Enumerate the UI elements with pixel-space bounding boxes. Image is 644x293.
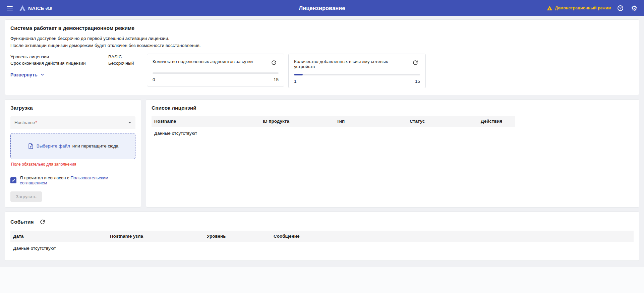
help-button[interactable]: ? (616, 4, 625, 12)
licenses-col-product-id: ID продукта (260, 116, 334, 127)
agreement-text: Я прочитал и согласен с (20, 175, 69, 180)
menu-button[interactable] (5, 3, 14, 13)
licenses-col-hostname: Hostname (152, 116, 260, 127)
licenses-col-actions: Действия (478, 116, 515, 127)
devices-max: 15 (415, 79, 420, 84)
upload-title: Загрузка (10, 105, 135, 111)
events-header-row: Дата Hostname узла Уровень Сообщение (10, 231, 634, 242)
demo-banner-line2: После активации лицензии деморежим будет… (10, 42, 634, 49)
required-asterisk: * (36, 120, 37, 125)
page-footer (0, 267, 644, 293)
license-info: Уровень лицензии BASIC Срок окончания де… (10, 54, 147, 88)
devices-refresh-button[interactable] (411, 58, 420, 67)
upload-card: Загрузка Hostname* Выберите файл или пер… (5, 99, 141, 208)
events-col-date: Дата (10, 231, 107, 242)
refresh-icon (412, 59, 419, 66)
top-app-bar: NAICE v0.8 Лицензирование Демонстрационн… (0, 0, 644, 16)
licenses-empty-text: Данные отсутствуют (152, 127, 515, 140)
events-refresh-button[interactable] (38, 217, 47, 227)
devices-min: 1 (294, 79, 297, 84)
expand-link[interactable]: Развернуть (10, 72, 45, 77)
devices-stat-card: Количество добавленных в систему сетевых… (288, 54, 426, 88)
events-col-level: Уровень (204, 231, 271, 242)
main-content: Система работает в демонстрационном режи… (0, 16, 644, 261)
naice-logo-icon (19, 4, 26, 12)
demo-mode-label: Демонстрационный режим (555, 6, 611, 10)
warning-icon (547, 5, 552, 11)
license-expiry-label: Срок окончания действия лицензии (10, 60, 108, 67)
hostname-placeholder: Hostname (14, 120, 35, 125)
devices-stat-label: Количество добавленных в систему сетевых… (294, 58, 407, 69)
events-card: События Дата Hostname узла Уровень Сообщ… (5, 212, 639, 261)
demo-banner-line1: Функционал доступен бессрочно до первой … (10, 35, 634, 42)
devices-progress-track (294, 74, 420, 75)
stat-cards: Количество подключенных эндпоинтов за су… (147, 54, 426, 88)
license-level-row: Уровень лицензии BASIC (10, 54, 147, 60)
help-icon: ? (618, 5, 623, 11)
settings-button[interactable]: ⚙ (630, 3, 639, 13)
choose-file-link[interactable]: Выберите файл (37, 143, 70, 149)
demo-banner-card: Система работает в демонстрационном режи… (5, 19, 639, 95)
demo-mode-badge: Демонстрационный режим (547, 5, 611, 11)
chevron-down-icon (128, 122, 131, 123)
endpoints-stat-label: Количество подключенных эндпоинтов за су… (153, 58, 253, 64)
expand-label: Развернуть (10, 72, 38, 77)
licenses-card: Список лицензий Hostname ID продукта Тип… (146, 99, 639, 208)
upload-button[interactable]: Загрузить (10, 191, 42, 202)
hostname-select[interactable]: Hostname* (10, 116, 135, 129)
chevron-down-icon (40, 72, 45, 77)
dropzone-text: или перетащите сюда (72, 143, 119, 149)
endpoints-max: 15 (274, 77, 279, 82)
topbar-actions: Демонстрационный режим ? ⚙ (547, 3, 639, 13)
licenses-table: Hostname ID продукта Тип Статус Действия… (152, 116, 515, 140)
licenses-col-status: Статус (407, 116, 478, 127)
upload-file-icon (27, 143, 34, 150)
licenses-title: Список лицензий (152, 105, 634, 111)
demo-banner-title: Система работает в демонстрационном режи… (10, 25, 634, 31)
app-name: NAICE (28, 5, 44, 11)
endpoints-stat-card: Количество подключенных эндпоинтов за су… (147, 54, 284, 86)
hamburger-icon (7, 5, 13, 11)
events-col-message: Сообщение (271, 231, 634, 242)
events-title: События (10, 219, 34, 225)
endpoints-min: 0 (153, 77, 155, 82)
refresh-icon (271, 59, 277, 66)
events-table: Дата Hostname узла Уровень Сообщение Дан… (10, 231, 634, 255)
endpoints-refresh-button[interactable] (269, 58, 279, 67)
license-expiry-row: Срок окончания действия лицензии Бессроч… (10, 60, 147, 67)
licenses-header-row: Hostname ID продукта Тип Статус Действия (152, 116, 515, 127)
devices-progress-fill (294, 74, 303, 75)
endpoints-progress-track (153, 72, 279, 74)
license-level-value: BASIC (108, 54, 122, 60)
events-col-hostname: Hostname узла (107, 231, 204, 242)
events-empty-row: Данные отсутствуют (10, 242, 634, 255)
licenses-col-type: Тип (334, 116, 407, 127)
events-empty-text: Данные отсутствуют (10, 242, 634, 255)
hostname-validation-error: Поле обязательно для заполнения (11, 162, 135, 167)
licenses-empty-row: Данные отсутствуют (152, 127, 515, 140)
app-brand: NAICE v0.8 (19, 4, 52, 12)
hostname-select-label: Hostname* (14, 120, 37, 125)
license-expiry-value: Бессрочный (108, 60, 134, 67)
agreement-checkbox[interactable] (10, 177, 16, 183)
refresh-icon (39, 219, 46, 225)
license-level-label: Уровень лицензии (10, 54, 108, 60)
file-dropzone[interactable]: Выберите файл или перетащите сюда (10, 133, 135, 159)
app-version: v0.8 (45, 7, 52, 10)
agreement-row: Я прочитал и согласен с Пользовательским… (10, 175, 135, 185)
gear-icon: ⚙ (631, 5, 637, 12)
